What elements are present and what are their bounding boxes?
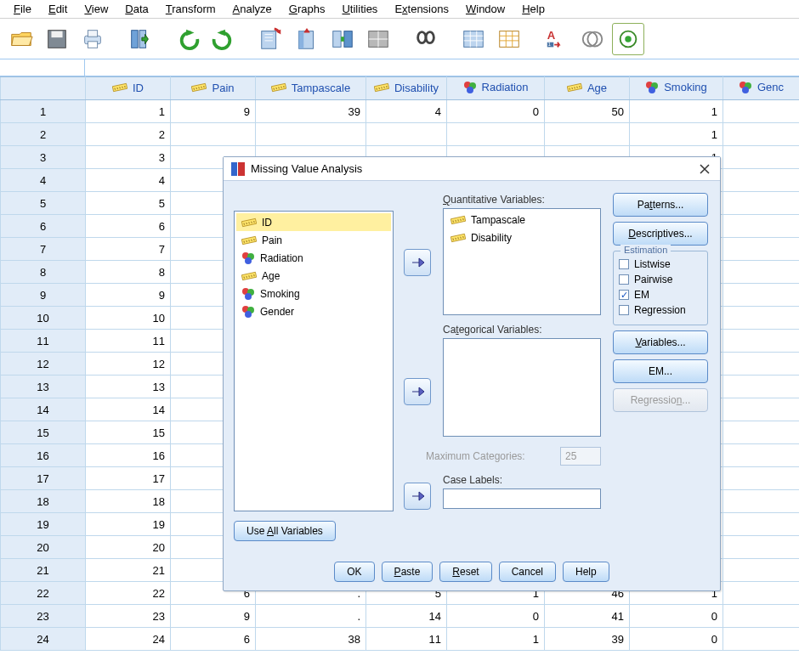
undo-icon[interactable] <box>172 23 204 55</box>
row-header[interactable]: 6 <box>1 215 86 238</box>
cell[interactable]: 18 <box>86 490 171 513</box>
cell[interactable]: 41 <box>545 605 630 628</box>
cell[interactable]: 8 <box>86 261 171 284</box>
row-header[interactable]: 15 <box>1 421 86 444</box>
row-header[interactable]: 16 <box>1 444 86 467</box>
row-header[interactable]: 11 <box>1 330 86 353</box>
cell[interactable]: 2 <box>86 123 171 146</box>
open-icon[interactable] <box>5 23 37 55</box>
cell[interactable]: 13 <box>86 376 171 398</box>
quantitative-variables-list[interactable]: TampascaleDisability <box>443 208 601 315</box>
cell[interactable] <box>256 123 366 146</box>
menu-extensions[interactable]: Extensions <box>386 1 457 17</box>
cell[interactable] <box>723 376 800 398</box>
row-header[interactable]: 5 <box>1 192 86 215</box>
cell[interactable]: 22 <box>86 582 171 605</box>
cell[interactable] <box>723 146 800 169</box>
cell[interactable]: 24 <box>86 628 171 651</box>
cell[interactable] <box>723 398 800 421</box>
dialog-titlebar[interactable]: Missing Value Analysis <box>224 157 720 181</box>
row-header[interactable]: 1 <box>1 100 86 123</box>
cell[interactable]: 16 <box>86 444 171 467</box>
cell[interactable] <box>723 605 800 628</box>
source-variable-list[interactable]: IDPainRadiationAgeSmokingGender <box>234 211 394 511</box>
find-icon[interactable] <box>410 23 442 55</box>
row-header[interactable]: 14 <box>1 398 86 421</box>
variables-icon[interactable] <box>326 23 359 55</box>
cell[interactable]: 14 <box>366 605 447 628</box>
cell[interactable] <box>723 582 800 605</box>
cell[interactable]: 6 <box>86 215 171 238</box>
cell[interactable]: 0 <box>447 100 545 123</box>
use-sets-icon[interactable] <box>576 23 609 55</box>
close-icon[interactable] <box>696 161 713 178</box>
cell[interactable] <box>723 628 800 651</box>
cell[interactable] <box>723 261 800 284</box>
descriptives-button[interactable]: Descriptives... <box>613 222 708 246</box>
cell[interactable] <box>723 330 800 353</box>
source-var-smoking[interactable]: Smoking <box>236 285 391 302</box>
cell[interactable]: 21 <box>86 559 171 582</box>
goto-case-icon[interactable] <box>255 23 287 55</box>
add-on-icon[interactable] <box>612 23 644 55</box>
case-labels-input[interactable] <box>443 488 601 509</box>
cell[interactable]: 0 <box>630 628 723 651</box>
row-header[interactable]: 13 <box>1 376 86 398</box>
cell[interactable] <box>723 238 800 261</box>
column-header-smoking[interactable]: Smoking <box>630 77 723 100</box>
cell[interactable] <box>723 513 800 536</box>
chk-em[interactable]: EM <box>619 287 702 302</box>
menu-data[interactable]: Data <box>116 1 156 17</box>
help-button[interactable]: Help <box>563 562 609 582</box>
row-header[interactable]: 18 <box>1 490 86 513</box>
source-var-pain[interactable]: Pain <box>236 231 391 249</box>
menu-file[interactable]: File <box>5 1 40 17</box>
cell[interactable]: 11 <box>86 330 171 353</box>
row-header[interactable]: 23 <box>1 605 86 628</box>
cell[interactable] <box>723 215 800 238</box>
menu-analyze[interactable]: Analyze <box>224 1 280 17</box>
cell[interactable] <box>171 123 256 146</box>
cell[interactable]: 23 <box>86 605 171 628</box>
row-header[interactable]: 12 <box>1 353 86 376</box>
cell[interactable]: 4 <box>366 100 447 123</box>
cell[interactable]: 9 <box>171 100 256 123</box>
reset-button[interactable]: Reset <box>439 562 491 582</box>
cell[interactable]: 39 <box>256 100 366 123</box>
cell[interactable]: 19 <box>86 513 171 536</box>
cell[interactable]: 1 <box>447 628 545 651</box>
cell[interactable]: 38 <box>256 628 366 651</box>
cell[interactable] <box>447 123 545 146</box>
column-header-pain[interactable]: Pain <box>171 77 256 100</box>
cell[interactable]: 9 <box>171 605 256 628</box>
quant-var-disability[interactable]: Disability <box>445 229 598 246</box>
menu-edit[interactable]: Edit <box>40 1 76 17</box>
cell[interactable]: 0 <box>447 605 545 628</box>
cell[interactable]: 6 <box>171 628 256 651</box>
row-header[interactable]: 17 <box>1 467 86 490</box>
row-header[interactable]: 2 <box>1 123 86 146</box>
column-header-tampascale[interactable]: Tampascale <box>256 77 366 100</box>
row-header[interactable]: 3 <box>1 146 86 169</box>
menu-view[interactable]: View <box>76 1 116 17</box>
cell[interactable] <box>723 536 800 559</box>
est-variables-button[interactable]: Variables... <box>613 330 708 354</box>
cell[interactable]: 4 <box>86 169 171 192</box>
cell[interactable]: 1 <box>630 123 723 146</box>
cell[interactable] <box>723 100 800 123</box>
save-icon[interactable] <box>41 23 73 55</box>
weight-cases-icon[interactable] <box>493 23 525 55</box>
use-all-variables-button[interactable]: Use All Variables <box>234 521 336 541</box>
menu-utilities[interactable]: Utilities <box>333 1 386 17</box>
source-var-id[interactable]: ID <box>236 213 391 231</box>
cell[interactable]: 0 <box>630 605 723 628</box>
cell[interactable]: 14 <box>86 398 171 421</box>
cell[interactable]: 10 <box>86 307 171 330</box>
cell[interactable] <box>366 123 447 146</box>
menu-graphs[interactable]: Graphs <box>280 1 334 17</box>
cell[interactable]: 12 <box>86 353 171 376</box>
cell[interactable] <box>723 192 800 215</box>
cell[interactable]: 3 <box>86 146 171 169</box>
select-cases-icon[interactable] <box>457 23 490 55</box>
column-header-age[interactable]: Age <box>545 77 630 100</box>
